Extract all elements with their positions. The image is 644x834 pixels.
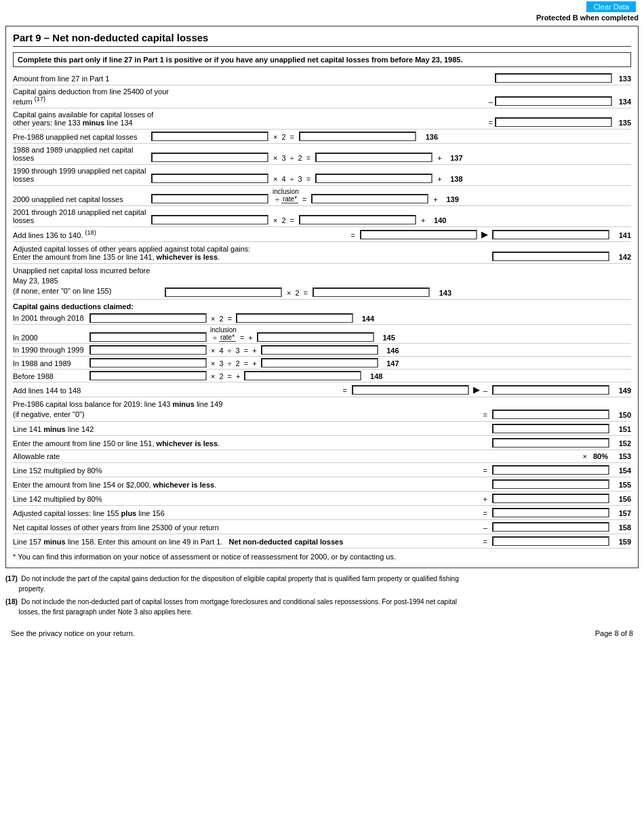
op-144b: = <box>226 315 234 323</box>
clear-data-button[interactable]: Clear Data <box>586 1 636 12</box>
label-142: Adjusted capital losses of other years a… <box>13 245 489 261</box>
input-141a[interactable] <box>360 230 477 239</box>
op-149b: – <box>481 386 489 395</box>
input-136a[interactable] <box>151 132 268 141</box>
op-148a: × <box>209 372 217 380</box>
linenum-138: 138 <box>444 175 463 183</box>
arrow-141: ▶ <box>480 229 489 239</box>
input-134[interactable] <box>495 96 612 106</box>
op-146c: = <box>242 346 250 355</box>
label-140: 2001 through 2018 unapplied net capital … <box>13 208 148 224</box>
linenum-139: 139 <box>440 195 459 203</box>
op-144a: × <box>209 315 217 323</box>
op-143b: = <box>302 289 310 297</box>
input-155[interactable] <box>492 479 609 489</box>
input-145b[interactable] <box>257 332 374 342</box>
input-147a[interactable] <box>89 358 207 368</box>
linenum-140: 140 <box>427 216 446 224</box>
num-136: 2 <box>279 133 287 141</box>
input-150[interactable] <box>492 410 609 419</box>
input-139b[interactable] <box>311 194 428 203</box>
label-145: In 2000 <box>13 334 87 342</box>
num-137b: 2 <box>296 154 304 162</box>
op-154: = <box>481 466 489 475</box>
input-136b[interactable] <box>299 132 416 141</box>
label-143: Unapplied net capital loss incurred befo… <box>13 266 162 297</box>
input-137b[interactable] <box>315 153 432 162</box>
op-139b: = <box>300 195 308 203</box>
input-138a[interactable] <box>151 174 268 183</box>
op-137a: × <box>271 154 279 162</box>
input-140a[interactable] <box>151 215 268 224</box>
input-144b[interactable] <box>236 313 353 323</box>
label-144: In 2001 through 2018 <box>13 313 87 323</box>
linenum-148: 148 <box>363 372 382 380</box>
label-149: Add lines 144 to 148 <box>13 386 162 395</box>
input-139a[interactable] <box>151 194 268 203</box>
linenum-159: 159 <box>612 538 631 546</box>
label-150: Pre-1986 capital loss balance for 2019: … <box>13 399 481 419</box>
op-145b: = <box>238 334 246 342</box>
rate-label-145: rate* <box>219 334 236 342</box>
linenum-143: 143 <box>432 289 451 297</box>
label-135: Capital gains available for capital loss… <box>13 111 171 127</box>
op-137b: ÷ <box>288 154 296 162</box>
star-note: * You can find this information on your … <box>13 549 631 562</box>
input-156[interactable] <box>492 494 609 503</box>
input-143a[interactable] <box>165 287 282 297</box>
input-152[interactable] <box>492 438 609 448</box>
input-141b[interactable] <box>492 230 609 239</box>
linenum-147: 147 <box>380 359 399 368</box>
input-133[interactable] <box>495 73 612 83</box>
input-149a[interactable] <box>352 385 469 395</box>
input-138b[interactable] <box>315 174 432 183</box>
linenum-133: 133 <box>612 75 631 83</box>
input-146b[interactable] <box>261 345 378 355</box>
linenum-134: 134 <box>612 98 631 106</box>
arrow-149: ▶ <box>472 384 481 395</box>
op-134: – <box>487 98 495 106</box>
input-147b[interactable] <box>261 358 378 368</box>
input-148b[interactable] <box>244 371 361 380</box>
label-156: Line 142 multiplied by 80% <box>13 495 481 503</box>
input-146a[interactable] <box>89 345 207 355</box>
linenum-152: 152 <box>612 439 631 448</box>
input-154[interactable] <box>492 465 609 475</box>
label-148: Before 1988 <box>13 372 87 380</box>
inclusion-label-139: inclusion <box>273 188 299 195</box>
input-143b[interactable] <box>313 287 430 297</box>
input-159[interactable] <box>492 536 609 546</box>
input-140b[interactable] <box>299 215 416 224</box>
label-159: Line 157 minus line 158. Enter this amou… <box>13 538 481 546</box>
label-139: 2000 unapplied net capital losses <box>13 195 148 203</box>
op-136a: × <box>271 133 279 141</box>
input-145a[interactable] <box>89 332 207 342</box>
rate-label-139: rate* <box>281 195 298 203</box>
input-142[interactable] <box>492 252 609 261</box>
num-138b: 3 <box>296 175 304 183</box>
input-149b[interactable] <box>492 385 609 395</box>
num-148: 2 <box>217 372 225 380</box>
linenum-136: 136 <box>419 133 438 141</box>
op-147c: = <box>242 359 250 368</box>
input-157[interactable] <box>492 508 609 517</box>
rate-153: 80% <box>589 452 612 460</box>
input-151[interactable] <box>492 424 609 433</box>
op-145c: + <box>246 334 254 342</box>
input-135[interactable] <box>495 117 612 127</box>
privacy-notice: See the privacy notice on your return. <box>11 629 135 637</box>
input-144a[interactable] <box>89 313 207 323</box>
footnotes: (17) Do not include the part of the capi… <box>5 574 639 617</box>
num-147a: 3 <box>217 359 225 368</box>
label-155: Enter the amount from line 154 or $2,000… <box>13 481 489 489</box>
linenum-150: 150 <box>612 411 631 419</box>
num-140: 2 <box>279 216 287 224</box>
input-137a[interactable] <box>151 153 268 162</box>
op-153: × <box>581 452 589 460</box>
input-148a[interactable] <box>89 371 207 380</box>
op-140b: = <box>288 216 296 224</box>
op-148b: = <box>226 372 234 380</box>
input-158[interactable] <box>492 522 609 532</box>
num-144: 2 <box>217 315 225 323</box>
op-140c: + <box>419 216 427 224</box>
